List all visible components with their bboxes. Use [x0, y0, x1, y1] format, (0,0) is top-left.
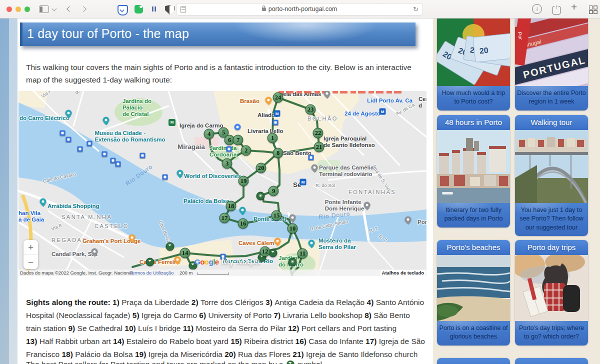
- card-day-trips[interactable]: Porto day trips Porto's day trips; where…: [515, 240, 588, 346]
- card-beaches[interactable]: Porto's beaches Porto is on a coastline …: [437, 240, 510, 346]
- numbered-stop-marker[interactable]: 19: [238, 176, 249, 186]
- numbered-stop-marker[interactable]: 17: [220, 213, 230, 224]
- card-trip-cost[interactable]: 20 20 20 20 How much would a trip to Por…: [437, 15, 510, 110]
- card-title: Porto day trips: [515, 240, 588, 255]
- walking-route-path: [18, 91, 426, 276]
- numbered-stop-marker[interactable]: 16: [238, 218, 248, 229]
- forward-button[interactable]: [80, 6, 86, 12]
- poi-marker[interactable]: [78, 146, 83, 152]
- terms-link[interactable]: Termos de Utilização: [130, 270, 174, 276]
- poi-marker[interactable]: [177, 170, 184, 176]
- port-cellar-marker[interactable]: [288, 258, 297, 266]
- sight-item: 13) Half Rabbit urban art: [26, 337, 113, 346]
- numbered-stop-marker[interactable]: 14: [180, 248, 190, 258]
- map-label: Jardins do Palácio de Cristal: [122, 98, 152, 118]
- downloads-button[interactable]: ↓: [532, 4, 542, 14]
- sidebar-toggle-icon[interactable]: [39, 6, 49, 13]
- numbered-stop-marker[interactable]: 11: [298, 248, 308, 259]
- address-bar[interactable]: porto-north-portugal.com ↻: [176, 3, 423, 16]
- close-window-button[interactable]: [6, 6, 12, 12]
- poi-marker[interactable]: [102, 152, 108, 157]
- zoom-window-button[interactable]: [24, 6, 30, 12]
- poi-marker[interactable]: [87, 141, 92, 146]
- poi-marker[interactable]: [66, 137, 72, 142]
- numbered-stop-marker[interactable]: 22: [313, 128, 324, 138]
- poi-marker[interactable]: [140, 153, 146, 158]
- numbered-stop-marker[interactable]: 10: [288, 224, 298, 234]
- card-porto-region[interactable]: Portugal PORTUGAL Por Discover the entir…: [515, 15, 588, 110]
- poi-marker[interactable]: [364, 202, 370, 208]
- poi-marker[interactable]: [162, 174, 168, 180]
- poi-marker[interactable]: [405, 216, 412, 223]
- poi-marker[interactable]: [226, 146, 232, 152]
- numbered-stop-marker[interactable]: 23: [306, 104, 316, 115]
- poi-marker[interactable]: [234, 124, 241, 130]
- numbered-stop-marker[interactable]: 15: [272, 210, 282, 221]
- shield-extension-icon[interactable]: [165, 5, 174, 14]
- poi-marker[interactable]: [273, 120, 278, 126]
- card-partial-right[interactable]: [515, 358, 588, 364]
- numbered-stop-marker[interactable]: 12: [260, 246, 270, 257]
- svg-text:20: 20: [479, 46, 489, 56]
- share-button[interactable]: [552, 6, 560, 14]
- numbered-stop-marker[interactable]: 18: [226, 201, 236, 212]
- zoom-in-button[interactable]: +: [24, 240, 38, 254]
- card-walking-tour[interactable]: Walking tour You have just 1 day to see …: [515, 115, 588, 236]
- poi-marker[interactable]: [324, 91, 330, 97]
- numbered-stop-marker[interactable]: 20: [256, 163, 266, 174]
- map-label: Palácio da Bolsa: [184, 198, 229, 204]
- keyboard-shortcuts-label[interactable]: Atalhos de teclado: [380, 270, 426, 276]
- poi-marker[interactable]: M: [380, 108, 386, 115]
- poi-marker[interactable]: [312, 164, 318, 171]
- reload-button[interactable]: ↻: [413, 4, 418, 15]
- new-tab-button[interactable]: +: [571, 2, 577, 12]
- map-label: Livraria Lello: [248, 128, 284, 134]
- map-label: 24 de Agosto: [344, 110, 380, 117]
- port-cellar-marker[interactable]: [166, 242, 174, 251]
- chevron-down-icon[interactable]: [52, 6, 57, 12]
- poi-marker[interactable]: [266, 97, 272, 104]
- port-cellar-marker[interactable]: [256, 192, 265, 200]
- pocket-extension-icon[interactable]: [118, 5, 128, 16]
- poi-marker[interactable]: [240, 207, 246, 214]
- poi-marker[interactable]: [66, 110, 72, 116]
- poi-marker[interactable]: M: [168, 119, 176, 126]
- map-label: Miragaia: [178, 143, 205, 151]
- tab-overview-button[interactable]: [589, 6, 593, 10]
- poi-marker[interactable]: [290, 214, 296, 221]
- numbered-stop-marker[interactable]: 21: [314, 142, 324, 152]
- numbered-stop-marker[interactable]: 2: [241, 146, 252, 156]
- numbered-stop-marker[interactable]: 9: [268, 186, 279, 196]
- interactive-map[interactable]: Via PanorâmR. de Dom PeCais do Cavacodo …: [18, 91, 426, 276]
- port-cellar-marker[interactable]: [146, 258, 154, 266]
- minimize-window-button[interactable]: [16, 6, 21, 12]
- numbered-stop-marker[interactable]: 4: [204, 129, 214, 140]
- poi-marker[interactable]: [103, 117, 110, 124]
- poi-marker[interactable]: [40, 198, 46, 205]
- numbered-stop-marker[interactable]: 1: [268, 133, 278, 144]
- poi-marker[interactable]: [308, 155, 314, 160]
- extension-icon[interactable]: II: [150, 5, 158, 14]
- poi-marker[interactable]: [116, 162, 121, 167]
- numbered-stop-marker[interactable]: 8: [273, 148, 284, 158]
- zoom-out-button[interactable]: −: [24, 254, 38, 270]
- card-partial-left[interactable]: [437, 358, 510, 364]
- poi-marker[interactable]: [174, 256, 181, 263]
- back-button[interactable]: [66, 6, 72, 12]
- numbered-stop-marker[interactable]: 24: [273, 92, 284, 103]
- poi-marker[interactable]: [129, 234, 136, 241]
- card-48-hours[interactable]: 48 hours in Porto Itinerary for two full…: [437, 115, 510, 228]
- poi-marker[interactable]: [92, 248, 98, 255]
- map-label: R. do Sol: [316, 183, 335, 188]
- poi-marker[interactable]: M: [300, 179, 306, 186]
- numbered-stop-marker[interactable]: 7: [233, 135, 244, 146]
- evernote-extension-icon[interactable]: [134, 5, 143, 14]
- numbered-stop-marker[interactable]: 3: [222, 158, 232, 169]
- poi-marker[interactable]: [308, 240, 315, 246]
- poi-marker[interactable]: [274, 238, 281, 244]
- tourist-with-map-image: [515, 255, 588, 321]
- map-label: Arrábida Shopping: [48, 203, 100, 210]
- map-label: Igreja Paroquial de Santo Ildefonso: [324, 136, 375, 148]
- poi-marker[interactable]: M: [274, 110, 280, 117]
- poi-marker[interactable]: [60, 130, 66, 136]
